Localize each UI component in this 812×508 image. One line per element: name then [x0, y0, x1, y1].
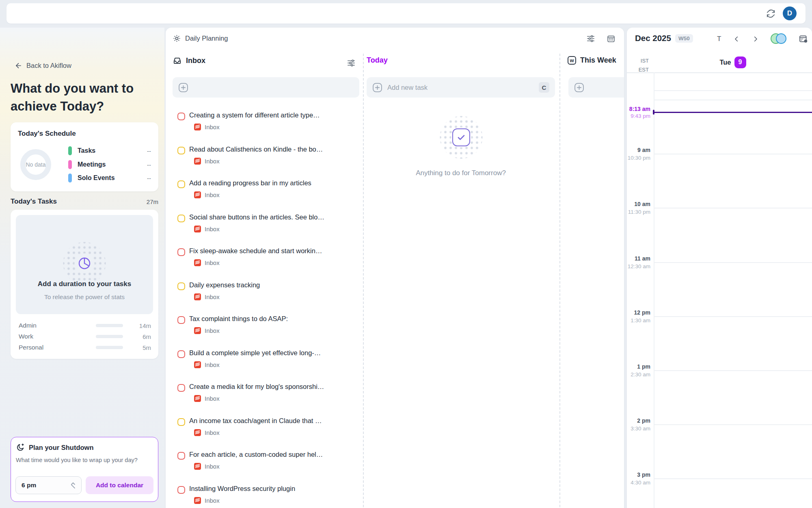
gutter-line	[654, 72, 654, 508]
shutdown-time-select[interactable]: 6 pm	[15, 476, 82, 494]
tasks-total-duration: 27m	[147, 198, 158, 205]
task-checkbox[interactable]	[177, 350, 185, 358]
calendar-settings-icon[interactable]	[799, 34, 808, 43]
planner-header: Daily Planning	[173, 34, 228, 43]
shortcut-badge: C	[539, 82, 549, 93]
shutdown-question: What time would you like to wrap up your…	[16, 456, 142, 465]
inbox-icon	[173, 56, 182, 65]
inbox-filter-icon[interactable]	[347, 59, 356, 67]
arrow-left-icon	[15, 62, 22, 69]
today-add-task-bar[interactable]: Add new task C	[367, 77, 555, 98]
plus-icon	[178, 82, 188, 93]
todoist-icon	[194, 226, 201, 232]
stat-row-personal: Personal 5m	[19, 343, 151, 352]
task-row[interactable]: Daily expenses tracking Inbox	[173, 281, 359, 315]
duration-empty-title: Add a duration to your tasks	[16, 280, 153, 288]
calendar-view-icon[interactable]	[607, 34, 615, 43]
grid-line-2pm	[654, 424, 812, 425]
grid-line	[654, 90, 812, 91]
back-label: Back to Akiflow	[26, 62, 71, 69]
hour-label-ist: 3 pm	[627, 471, 650, 478]
task-checkbox[interactable]	[177, 215, 185, 222]
column-divider	[559, 54, 560, 508]
hour-label-est: 4:30 am	[627, 480, 650, 486]
todays-schedule-card: Today's Schedule No data Tasks -- Meetin…	[11, 122, 158, 191]
chevron-right-icon[interactable]	[752, 35, 759, 43]
sidebar: Back to Akiflow What do you want to achi…	[0, 28, 164, 508]
chevron-updown-icon	[70, 482, 76, 489]
hour-label-est: 1:30 am	[627, 317, 650, 323]
task-row[interactable]: Tax complaint things to do ASAP: Inbox	[173, 315, 359, 349]
hour-label-est: 3:30 am	[627, 426, 650, 432]
task-checkbox[interactable]	[177, 113, 185, 120]
task-row[interactable]: Installing WordPress security plugin Inb…	[173, 485, 359, 508]
task-checkbox[interactable]	[177, 248, 185, 256]
task-checkbox[interactable]	[177, 384, 185, 392]
duration-empty-subtitle: To release the power of stats	[16, 293, 153, 301]
task-checkbox[interactable]	[177, 180, 185, 188]
task-checkbox[interactable]	[177, 418, 185, 426]
duration-empty-state: Add a duration to your tasks To release …	[16, 215, 153, 314]
this-week-column-header: w This Week	[568, 56, 616, 65]
week-icon: w	[568, 56, 576, 65]
legend-item-meetings: Meetings --	[68, 160, 151, 169]
task-row[interactable]: Fix sleep-awake schedule and start worki…	[173, 247, 359, 281]
sun-icon	[173, 34, 181, 43]
task-checkbox[interactable]	[177, 452, 185, 460]
this-week-add-task-bar[interactable]	[568, 77, 624, 98]
view-settings-icon[interactable]	[586, 34, 595, 43]
task-row[interactable]: For each article, a custom-coded super h…	[173, 451, 359, 485]
back-to-akiflow-link[interactable]: Back to Akiflow	[15, 62, 71, 69]
add-task-placeholder: Add new task	[387, 84, 534, 91]
task-row[interactable]: Social share buttons in the articles. Se…	[173, 213, 359, 247]
legend-item-tasks: Tasks --	[68, 146, 151, 155]
hour-label-ist: 1 pm	[627, 363, 650, 370]
moon-plus-icon	[16, 443, 25, 452]
stat-row-work: Work 6m	[19, 332, 151, 341]
daily-planning-panel: Daily Planning Inbox Creating a system f…	[166, 28, 624, 508]
todoist-icon	[194, 395, 201, 402]
avatar[interactable]: D	[783, 7, 797, 20]
grid-line-1pm	[654, 370, 812, 371]
day-header[interactable]: Tue 9	[654, 56, 812, 68]
sync-icon[interactable]	[766, 9, 775, 18]
plus-icon	[372, 82, 382, 93]
current-time-ist: 8:13 am	[627, 106, 650, 112]
task-checkbox[interactable]	[177, 316, 185, 324]
hour-label-est: 11:30 pm	[627, 209, 650, 215]
schedule-title: Today's Schedule	[18, 130, 151, 138]
donut-empty-label: No data	[26, 161, 45, 168]
task-row[interactable]: Build a complete simple yet effective lo…	[173, 349, 359, 383]
task-row[interactable]: Creating a system for different article …	[173, 111, 359, 145]
pie-chart-icon	[77, 256, 92, 271]
calendars-toggle-icon[interactable]	[771, 33, 787, 44]
timeline-toggle-button[interactable]: T	[717, 35, 721, 43]
task-checkbox[interactable]	[177, 282, 185, 290]
task-row[interactable]: An income tax coach/agent in Claude that…	[173, 417, 359, 451]
inbox-add-task-bar[interactable]	[173, 77, 359, 98]
hour-label-ist: 12 pm	[627, 309, 650, 316]
week-number-badge: W50	[675, 34, 693, 43]
grid-line-8am	[654, 100, 812, 100]
todoist-icon	[194, 497, 201, 504]
hour-label-est: 2:30 am	[627, 371, 650, 378]
inbox-title: Inbox	[186, 56, 205, 65]
todoist-icon	[194, 327, 201, 334]
add-to-calendar-button[interactable]: Add to calendar	[86, 476, 153, 494]
task-row[interactable]: Add a reading progress bar in my article…	[173, 179, 359, 213]
plan-shutdown-card: Plan your Shutdown What time would you l…	[11, 437, 158, 502]
current-time-est: 9:43 pm	[627, 113, 650, 119]
task-checkbox[interactable]	[177, 147, 185, 154]
inbox-task-list: Creating a system for different article …	[173, 111, 359, 508]
page-title: What do you want to achieve Today?	[11, 80, 145, 115]
todays-tasks-card: Add a duration to your tasks To release …	[11, 210, 158, 359]
grid-line-9am	[654, 154, 812, 154]
tasks-color-pill	[68, 146, 72, 155]
todoist-icon	[194, 463, 201, 470]
task-checkbox[interactable]	[177, 486, 185, 494]
task-row[interactable]: Create a media kit for my blog's sponsor…	[173, 383, 359, 417]
chevron-left-icon[interactable]	[733, 35, 740, 43]
timezone-secondary: EST	[627, 67, 649, 73]
grid-line-3pm	[654, 478, 812, 479]
task-row[interactable]: Read about Calisthenics on Kindle - the …	[173, 145, 359, 180]
